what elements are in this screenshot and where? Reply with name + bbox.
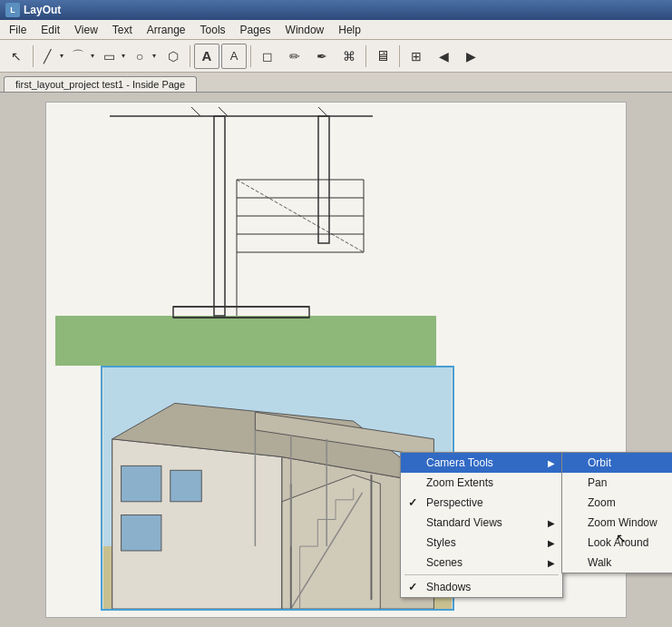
- scenes-arrow: ▶: [548, 558, 555, 568]
- main-content: Camera Tools ▶ Zoom Extents ✓ Perspectiv…: [0, 93, 672, 627]
- check-shadows: ✓: [408, 581, 423, 593]
- menu-item-zoom-window[interactable]: Zoom Window: [562, 513, 672, 533]
- tab-bar: first_layout_project test1 - Inside Page: [0, 73, 672, 93]
- select-tool-button[interactable]: ↖: [4, 44, 29, 69]
- menu-item-standard-views[interactable]: Standard Views ▶: [401, 513, 562, 533]
- menu-separator: [404, 574, 559, 575]
- menu-item-zoom-extents[interactable]: Zoom Extents: [401, 473, 562, 493]
- scenes-label: Scenes: [426, 556, 463, 569]
- zoom-extents-label: Zoom Extents: [426, 476, 493, 489]
- svg-rect-27: [170, 470, 201, 501]
- menu-item-orbit[interactable]: Orbit: [562, 453, 672, 473]
- stair-drawing-upper: [55, 107, 436, 366]
- pan-label: Pan: [588, 476, 607, 489]
- monitor-button[interactable]: 🖥: [370, 44, 395, 69]
- prev-page-button[interactable]: ◀: [431, 44, 456, 69]
- eraser-button[interactable]: ◻: [255, 44, 280, 69]
- zoom-label: Zoom: [588, 496, 616, 509]
- styled-text-button[interactable]: A: [221, 44, 247, 69]
- circle-tool-button[interactable]: ○: [130, 44, 150, 69]
- menu-edit[interactable]: Edit: [34, 21, 67, 39]
- pencil-button[interactable]: ✒: [309, 44, 335, 69]
- rect-tool-group: ▭ ▾: [99, 44, 128, 69]
- menu-item-pan[interactable]: Pan: [562, 473, 672, 493]
- styles-label: Styles: [426, 536, 456, 549]
- rect-tool-dropdown[interactable]: ▾: [119, 44, 128, 69]
- svg-rect-26: [122, 515, 161, 551]
- zoom-window-label: Zoom Window: [588, 516, 657, 529]
- toolbar-sep-5: [399, 45, 400, 67]
- menu-item-shadows[interactable]: ✓ Shadows: [401, 577, 562, 597]
- menu-item-perspective[interactable]: ✓ Perspective: [401, 493, 562, 513]
- walk-label: Walk: [588, 556, 611, 569]
- next-page-button[interactable]: ▶: [458, 44, 483, 69]
- orbit-label: Orbit: [588, 456, 611, 469]
- shadows-label: Shadows: [426, 581, 471, 593]
- camera-tools-label: Camera Tools: [426, 456, 493, 469]
- text-tool-button[interactable]: A: [194, 44, 219, 69]
- standard-views-arrow: ▶: [548, 518, 555, 528]
- toolbar-sep-2: [190, 45, 190, 67]
- svg-rect-25: [122, 465, 161, 501]
- svg-rect-1: [55, 316, 436, 366]
- camera-tools-arrow: ▶: [548, 458, 555, 468]
- menu-text[interactable]: Text: [105, 21, 140, 39]
- toolbar-sep-4: [365, 45, 366, 67]
- paint-button[interactable]: ✏: [282, 44, 307, 69]
- menu-item-scenes[interactable]: Scenes ▶: [401, 553, 562, 573]
- app-title: LayOut: [24, 4, 61, 16]
- app-icon: L: [5, 3, 20, 17]
- check-perspective: ✓: [408, 496, 423, 509]
- menu-arrange[interactable]: Arrange: [140, 21, 193, 39]
- menu-pages[interactable]: Pages: [233, 21, 278, 39]
- menu-item-look-around[interactable]: Look Around: [562, 533, 672, 553]
- menu-item-zoom[interactable]: Zoom: [562, 493, 672, 513]
- menu-window[interactable]: Window: [278, 21, 332, 39]
- page-tab[interactable]: first_layout_project test1 - Inside Page: [4, 76, 197, 92]
- context-menu-main: Camera Tools ▶ Zoom Extents ✓ Perspectiv…: [400, 452, 563, 598]
- menu-item-camera-tools[interactable]: Camera Tools ▶: [401, 453, 562, 473]
- toolbar: ↖ ╱ ▾ ⌒ ▾ ▭ ▾ ○ ▾ ⬡ A A ◻ ✏ ✒ ⌘ 🖥 ⊞ ◀ ▶: [0, 40, 672, 73]
- canvas-area: Camera Tools ▶ Zoom Extents ✓ Perspectiv…: [45, 102, 627, 618]
- add-page-button[interactable]: ⊞: [404, 44, 429, 69]
- path-button[interactable]: ⌘: [336, 44, 362, 69]
- polygon-tool-button[interactable]: ⬡: [161, 44, 186, 69]
- title-bar: L LayOut: [0, 0, 672, 20]
- toolbar-sep-3: [250, 45, 251, 67]
- circle-tool-group: ○ ▾: [130, 44, 159, 69]
- arc-tool-dropdown[interactable]: ▾: [88, 44, 97, 69]
- standard-views-label: Standard Views: [426, 516, 502, 529]
- context-menu-camera: Orbit Pan Zoom Zoom Window Look Around: [561, 452, 672, 573]
- arc-tool-button[interactable]: ⌒: [68, 44, 88, 69]
- look-around-label: Look Around: [588, 536, 648, 549]
- line-tool-group: ╱ ▾: [37, 44, 66, 69]
- menu-file[interactable]: File: [2, 21, 34, 39]
- menu-item-walk[interactable]: Walk: [562, 553, 672, 573]
- styles-arrow: ▶: [548, 538, 555, 548]
- menu-view[interactable]: View: [67, 21, 105, 39]
- rect-tool-button[interactable]: ▭: [99, 44, 119, 69]
- line-tool-dropdown[interactable]: ▾: [57, 44, 66, 69]
- perspective-label: Perspective: [426, 496, 483, 509]
- toolbar-sep-1: [33, 45, 34, 67]
- arc-tool-group: ⌒ ▾: [68, 44, 97, 69]
- menu-bar: File Edit View Text Arrange Tools Pages …: [0, 20, 672, 40]
- menu-help[interactable]: Help: [331, 21, 368, 39]
- line-tool-button[interactable]: ╱: [37, 44, 57, 69]
- menu-tools[interactable]: Tools: [193, 21, 233, 39]
- circle-tool-dropdown[interactable]: ▾: [150, 44, 159, 69]
- menu-item-styles[interactable]: Styles ▶: [401, 533, 562, 553]
